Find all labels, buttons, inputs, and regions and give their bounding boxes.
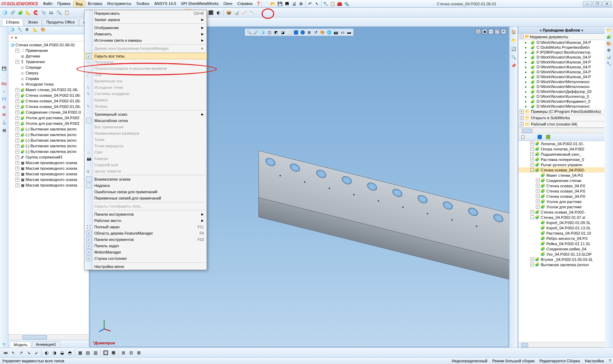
parts-tree[interactable]: +🧩Лопатка_04.Р.002-01.01.+🧩Опора лопатки… [518, 141, 605, 342]
menu-item[interactable]: Ошибочные связи для примечаний [85, 189, 207, 195]
tree-item[interactable]: +🧩(-) Вытяжная заклепка (испо [8, 149, 89, 154]
menu-ansys 14.0[interactable]: ANSYS 14.0 [152, 1, 178, 7]
vp-icon[interactable]: ▬ [346, 29, 352, 35]
explorer-group[interactable]: +📁 Открыто в SolidWorks [518, 115, 605, 121]
task-tab[interactable]: Сборка [2, 19, 23, 26]
taskpane-tab-icon[interactable]: 🧩 [606, 35, 611, 39]
parts-tree-item[interactable]: +🧩Втулка _04.Р.002-01.05.03.SL [518, 257, 605, 262]
menu-item[interactable]: ✓Область дерева FeatureManagerF9 [85, 230, 207, 236]
bt-icon[interactable]: ↖ [10, 349, 17, 356]
task-tab[interactable]: Эскиз [24, 19, 42, 26]
tree-item[interactable]: ◎Датчики [8, 53, 89, 59]
recent-file[interactable]: ●🧩D:\Work\Novator\Жалюзи_04.Р [518, 69, 605, 74]
parts-tree-item[interactable]: +🧩Подшипниковый узел_ [518, 151, 605, 157]
parts-tree-item[interactable]: +🧩Стенка осевая_04.Р.0 [518, 183, 605, 188]
parts-tree-item[interactable]: +🧩Уголок для растяже [518, 199, 605, 204]
vp-icon[interactable]: ▣ [482, 29, 487, 34]
tree-item[interactable]: +🧩(-) Вытяжная заклепка (испо [8, 132, 89, 137]
close-button[interactable]: ✕ [602, 1, 612, 7]
help-icon[interactable]: ❓ [256, 1, 261, 6]
menu-item[interactable]: Панели инструментов▶ [85, 211, 207, 217]
tree-item[interactable]: +▦Массив производного эскиза [8, 182, 89, 188]
menu-правка[interactable]: Правка [55, 1, 73, 7]
save-icon[interactable]: 💾 [277, 0, 284, 7]
vtb-icon[interactable]: ⚓ [1, 119, 7, 126]
menu-item[interactable]: Масштабная сетка [85, 117, 207, 124]
menu-справка[interactable]: Справка [235, 1, 255, 7]
menu-вид[interactable]: Вид [73, 1, 85, 7]
tb-icon[interactable]: ⬛ [207, 9, 214, 16]
recent-file[interactable]: ●🧩D:\Work\Novator\Металлоконс [518, 79, 605, 84]
parts-tree-item[interactable]: +🧩Стенка осевая_04.Р.0 [518, 188, 605, 194]
vp-icon[interactable]: ⊞ [306, 29, 312, 35]
tree-item[interactable]: +▦Массив производного эскиза [8, 171, 89, 177]
recent-file[interactable]: ●🧩D:\Work\Novator\Жалюзи_04.Р [518, 74, 605, 79]
tb-icon[interactable]: 📦 [225, 9, 232, 16]
motion-tab[interactable]: Модель [10, 342, 31, 348]
recent-documents-header[interactable]: −📂 Недавние документы [518, 34, 605, 40]
vp-icon[interactable]: ▭ [340, 29, 345, 35]
tb-icon[interactable]: 🗂 [48, 9, 55, 16]
vp-icon[interactable]: ◩ [273, 29, 279, 35]
new-icon[interactable]: 📄 [263, 0, 270, 7]
menu-item[interactable]: Переменные связей для примечаний [85, 195, 207, 201]
menu-item[interactable]: ✓Панели инструментовF10 [85, 236, 207, 243]
task-tab[interactable]: Продукты Office [42, 19, 79, 26]
tb-icon[interactable]: 🧩 [17, 9, 24, 16]
tree-item[interactable]: +🧩Стенка осевая_04.Р.002-01.06- [8, 93, 89, 98]
up-icon[interactable]: 📁 [511, 37, 517, 43]
recent-file[interactable]: ●🧩D:\Work\Novator\Жалюзи_04.Р [518, 60, 605, 65]
recent-file[interactable]: ●🧩D:\Work\Novator\Диффузор_03 [518, 89, 605, 94]
recent-file[interactable]: ●🧩D:\Work\Novator\Фундамент_0 [518, 99, 605, 104]
icon[interactable]: 🟦 [537, 135, 542, 139]
bt-icon[interactable]: ◓ [66, 349, 73, 356]
parts-tree-item[interactable]: 🧩Макет стенки_04.Р.0 [518, 173, 605, 178]
vtb-icon[interactable]: 💾 [1, 65, 7, 72]
recent-file[interactable]: ●🧩F:\PDM\Project files\Коллектор [518, 50, 605, 55]
recent-file[interactable]: ●🧩D:\Work\Novator\Металлоконс [518, 104, 605, 109]
menu-item[interactable]: Источники света и камеры▶ [85, 37, 207, 43]
menu-item[interactable]: ✓MotionManager [85, 249, 207, 255]
save-all-icon[interactable]: 🖪 [284, 0, 291, 7]
tb-icon[interactable]: ◐ [215, 9, 222, 16]
parts-tree-item[interactable]: +🧩Уголок для растяже [518, 204, 605, 209]
explorer-group[interactable]: +📁 Примеры (C:\Program Files\SolidWorks) [518, 109, 605, 115]
taskpane-tab-icon[interactable]: 🔧 [606, 61, 611, 66]
menu-item[interactable]: Настройка меню [85, 263, 207, 270]
panel-hscroll[interactable] [518, 128, 605, 133]
tree-item[interactable]: +ΣУравнения [8, 59, 89, 65]
maximize-button[interactable]: ❐ [593, 1, 602, 7]
vp-icon[interactable]: 🎨 [320, 29, 325, 35]
parts-tree-item[interactable]: +🧩Опора лопатки_04.Р.002 [518, 146, 605, 151]
configmanager-tab-icon[interactable]: ⚙ [25, 27, 32, 34]
bt-icon[interactable]: ↗ [18, 349, 25, 356]
vtb-icon[interactable]: Rd [1, 81, 7, 87]
tree-item[interactable]: +🧩Соединение стенки_04.Р.002-0 [8, 109, 89, 115]
vp-min-icon[interactable]: — [489, 29, 493, 34]
tb-icon[interactable]: 📐 [25, 9, 32, 16]
menu-окно[interactable]: Окно [221, 1, 235, 7]
rebuild-icon[interactable]: 🔧 [322, 0, 329, 7]
vtb-icon[interactable]: ↻ [1, 341, 7, 348]
taskpane-tab-icon[interactable]: 📁 [606, 28, 611, 33]
icon[interactable]: 📌 [511, 62, 517, 69]
tree-item[interactable]: +🧩Макет стенки_04.Р.002-01.06- [8, 87, 89, 93]
parts-tree-item[interactable]: +🧩Лопатка_04.Р.002-01.01. [518, 141, 605, 146]
toolbox-icon[interactable]: 🧰 [336, 0, 343, 7]
tree-hscroll[interactable] [8, 334, 89, 340]
panel-hscroll-2[interactable] [518, 342, 605, 348]
tb-icon[interactable]: 📎 [40, 9, 47, 16]
tb-icon[interactable]: 🔍 [55, 9, 62, 16]
menu-item[interactable]: Взаимосвязи эскиза [85, 176, 207, 182]
vtb-icon[interactable]: ▤ [1, 127, 7, 133]
explorer-group[interactable]: +📁 Рабочий стол (novator-04) [518, 121, 605, 128]
orientation-triad[interactable] [97, 318, 111, 332]
propertymanager-tab-icon[interactable]: 🔧 [18, 27, 24, 34]
vp-icon[interactable]: 🔎 [253, 29, 259, 35]
tree-item[interactable]: ◇Сверху [8, 70, 89, 76]
bt-icon[interactable]: 🔲 [102, 349, 109, 356]
tree-item[interactable]: +🧩(-) Вытяжная заклепка (испо [8, 137, 89, 143]
vp-icon[interactable]: 🌐 [326, 29, 332, 35]
parts-tree-item[interactable]: 🧩Ребро жескости_04.Р.0 [518, 236, 605, 241]
tb-icon[interactable]: 📉 [248, 9, 255, 16]
